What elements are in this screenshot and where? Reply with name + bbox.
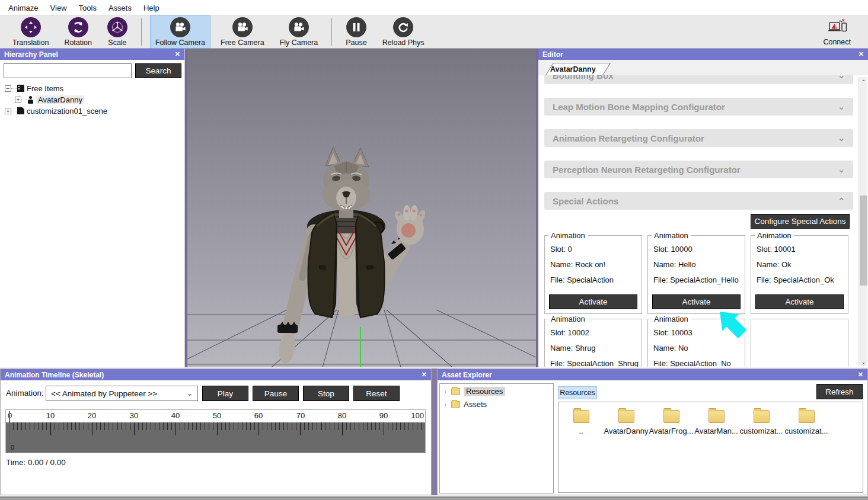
expand-icon[interactable]: + (5, 108, 11, 114)
follow-camera-button[interactable]: Follow Camera (150, 15, 210, 49)
folder-label: customizat... (740, 427, 783, 435)
tree-item-avatardanny[interactable]: + AvatarDanny (0, 94, 184, 105)
timeline-title: Animation Timeline (Skeletal) (5, 371, 104, 379)
close-icon[interactable]: ✕ (858, 371, 863, 378)
section-label: Leap Motion Bone Mapping Configurator (553, 102, 725, 112)
tree-arrow-icon[interactable]: › (444, 387, 451, 396)
configure-special-actions-button[interactable]: Configure Special Actions (751, 214, 850, 229)
refresh-button[interactable]: Refresh (816, 384, 863, 399)
pause-button[interactable]: Pause (340, 15, 372, 49)
scene-icon (17, 107, 24, 114)
panel-splitter[interactable] (432, 368, 437, 495)
folder-item-up[interactable]: .. (559, 410, 604, 435)
tree-arrow-icon[interactable]: › (444, 400, 451, 409)
hierarchy-tree: − Free Items + AvatarDanny + customizati… (0, 83, 184, 117)
playhead[interactable] (9, 411, 10, 452)
tree-item-free-items[interactable]: − Free Items (0, 83, 184, 94)
timeline-controls: Animation: << Animated by Puppeteer >> ⌄… (1, 386, 431, 401)
menu-assets[interactable]: Assets (103, 0, 138, 16)
scroll-down-icon[interactable]: ⌄ (859, 357, 868, 366)
fly-camera-label: Fly Camera (280, 39, 318, 47)
menu-bar: Animaze View Tools Assets Help (0, 0, 868, 16)
ruler-tick-label: 100 (411, 411, 424, 420)
section-bounding-box[interactable]: Bounding Box ⌄ (544, 75, 853, 84)
search-input[interactable] (4, 63, 132, 78)
tree-connector (11, 88, 17, 89)
card-file: File: SpecialAction_Hello (653, 275, 739, 284)
tree-label[interactable]: Resources (464, 387, 505, 396)
reset-button[interactable]: Reset (353, 386, 400, 401)
play-button[interactable]: Play (202, 386, 248, 401)
folder-item-avatarfrog[interactable]: AvatarFrog... (649, 410, 694, 435)
pause-button[interactable]: Pause (253, 386, 299, 401)
editor-scrollbar[interactable]: ⌃ ⌄ (859, 77, 867, 366)
section-leap-motion[interactable]: Leap Motion Bone Mapping Configurator ⌄ (544, 98, 853, 116)
fly-camera-button[interactable]: Fly Camera (275, 15, 324, 49)
search-button[interactable]: Search (135, 63, 181, 78)
section-special-actions[interactable]: Special Actions ⌃ (544, 192, 853, 210)
tree-label[interactable]: Assets (464, 400, 487, 409)
translation-button[interactable]: Translation (7, 15, 54, 49)
section-animation-retargeting[interactable]: Animation Retargeting Configurator ⌄ (544, 129, 853, 147)
menu-tools[interactable]: Tools (73, 0, 103, 16)
card-legend: Animation (652, 231, 691, 240)
hierarchy-panel: Hierarchy Panel ✕ Search − Free Items + … (0, 49, 185, 367)
menu-view[interactable]: View (44, 0, 73, 16)
reload-phys-button[interactable]: Reload Phys (377, 15, 430, 49)
ruler-tick-label: 50 (213, 411, 221, 420)
timeline-ruler[interactable]: 0 10 20 30 40 50 60 70 80 90 100 0 (5, 409, 426, 453)
close-icon[interactable]: ✕ (422, 371, 427, 378)
scale-button[interactable]: Scale (102, 15, 133, 49)
close-icon[interactable]: ✕ (859, 51, 864, 57)
free-camera-button[interactable]: Free Camera (215, 15, 270, 49)
tree-label[interactable]: AvatarDanny (36, 95, 84, 104)
connect-button[interactable]: Connect (818, 17, 856, 48)
chevron-down-icon: ⌄ (838, 133, 845, 143)
folder-label: .. (579, 427, 583, 435)
ruler-tick-label: 20 (88, 411, 96, 420)
rotation-button[interactable]: Rotation (59, 15, 97, 49)
activate-button[interactable]: Activate (549, 294, 637, 309)
activate-button[interactable]: Activate (652, 294, 741, 309)
hierarchy-titlebar: Hierarchy Panel ✕ (0, 49, 184, 60)
tree-item-customization-scene[interactable]: + customization01_scene (0, 105, 184, 116)
asset-files-grid: .. AvatarDanny AvatarFrog... AvatarMan..… (558, 402, 863, 493)
card-name: Name: No (653, 344, 688, 352)
ruler-track[interactable]: 0 (6, 422, 425, 453)
card-file: File: SpecialAction_No (653, 359, 731, 367)
collapse-icon[interactable]: − (5, 85, 11, 92)
ruler-tick-label: 90 (379, 411, 388, 420)
close-icon[interactable]: ✕ (175, 51, 180, 57)
asset-tree-assets[interactable]: › Assets (440, 399, 553, 410)
animation-card: Animation Slot: 0 Name: Rock on! File: S… (544, 235, 642, 314)
menu-help[interactable]: Help (138, 0, 165, 16)
viewport-3d[interactable] (187, 49, 536, 367)
editor-content: Bounding Box ⌄ Leap Motion Bone Mapping … (538, 75, 859, 367)
toolbar: Translation Rotation Scale Follow Camera (0, 16, 868, 49)
card-slot: Slot: 0 (550, 245, 572, 254)
tree-connector (11, 111, 17, 111)
chevron-up-icon: ⌃ (838, 196, 845, 206)
tab-avatardanny[interactable]: AvatarDanny (545, 63, 603, 75)
tree-label[interactable]: Free Items (27, 84, 63, 93)
scroll-up-icon[interactable]: ⌃ (859, 77, 868, 86)
stop-button[interactable]: Stop (303, 386, 349, 401)
folder-item-customization-2[interactable]: customizat... (784, 410, 829, 435)
resources-tab[interactable]: Resources (558, 386, 597, 399)
section-perception-neuron[interactable]: Perception Neuron Retargeting Configurat… (544, 161, 853, 178)
tree-label[interactable]: customization01_scene (27, 107, 107, 116)
asset-tree-resources[interactable]: › Resources (440, 386, 553, 397)
scrollbar-thumb[interactable] (860, 195, 867, 286)
tree-connector (21, 100, 27, 100)
avatar-person-icon (28, 96, 33, 104)
folder-icon (451, 388, 460, 395)
folder-item-customization-1[interactable]: customizat... (739, 410, 784, 435)
folder-item-avatarman[interactable]: AvatarMan... (694, 410, 739, 435)
menu-animaze[interactable]: Animaze (2, 0, 44, 16)
expand-icon[interactable]: + (15, 97, 21, 103)
activate-button[interactable]: Activate (755, 294, 844, 309)
toolbar-separator (141, 18, 142, 46)
animation-dropdown[interactable]: << Animated by Puppeteer >> ⌄ (46, 386, 198, 401)
tab-label: AvatarDanny (550, 65, 596, 73)
folder-item-avatardanny[interactable]: AvatarDanny (604, 410, 649, 435)
